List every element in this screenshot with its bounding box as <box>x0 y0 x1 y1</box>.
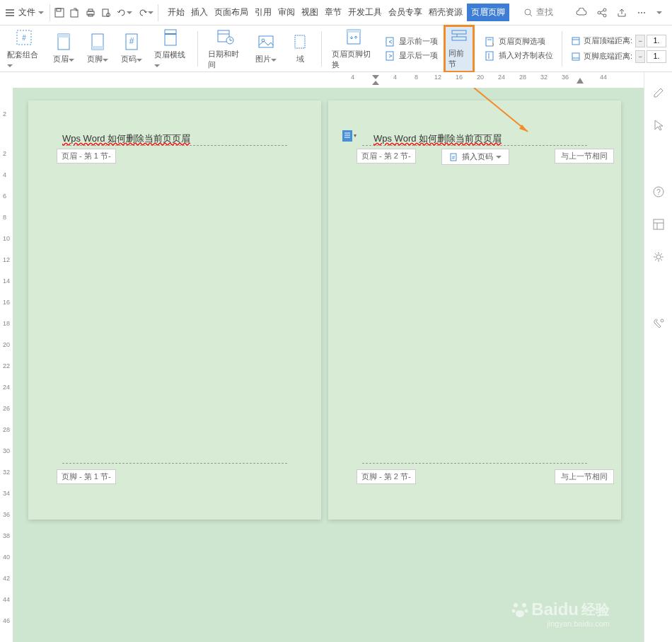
bot-dist-input[interactable] <box>647 50 666 63</box>
header-area[interactable]: Wps Word 如何删除当前页页眉 <box>362 132 587 146</box>
template-icon[interactable] <box>652 218 665 231</box>
ruler-tick: 16 <box>3 299 10 306</box>
top-dist-input[interactable] <box>647 35 666 47</box>
svg-rect-43 <box>452 30 466 34</box>
document-canvas[interactable]: Wps Word 如何删除当前页页眉 页眉 - 第 1 节- 页脚 - 第 1 … <box>13 88 644 642</box>
cloud-icon[interactable] <box>576 8 587 18</box>
svg-rect-50 <box>572 38 579 45</box>
chevron-down-icon <box>137 59 142 62</box>
show-next-label: 显示后一项 <box>399 50 438 61</box>
header-text[interactable]: Wps Word 如何删除当前页页眉 <box>62 133 190 146</box>
svg-point-18 <box>638 12 639 13</box>
svg-line-17 <box>601 13 603 15</box>
tab-pagelayout[interactable]: 页面布局 <box>212 4 250 21</box>
combo-icon: # <box>15 28 33 47</box>
file-menu[interactable]: 文件 <box>6 6 44 18</box>
save-as-icon[interactable] <box>70 8 80 18</box>
page-2[interactable]: Wps Word 如何删除当前页页眉 页眉 - 第 2 节- # 插入页码 与上… <box>328 101 621 520</box>
tab-devtools[interactable]: 开发工具 <box>346 4 384 21</box>
tab-resources[interactable]: 稻壳资源 <box>427 4 465 21</box>
show-next-button[interactable]: 显示后一项 <box>382 50 441 62</box>
ruler-tick: 20 <box>477 74 484 81</box>
search-label: 查找 <box>536 6 553 18</box>
ruler-tick: 4 <box>3 171 6 178</box>
minus-button[interactable]: − <box>635 50 645 63</box>
distance-group: 页眉顶端距离: − 页脚底端距离: − <box>568 34 669 64</box>
header-section-tag: 页眉 - 第 1 节- <box>57 149 116 164</box>
ruler-tick: 6 <box>3 193 6 200</box>
pagenum-button[interactable]: # 页码 <box>116 30 147 67</box>
options-icon <box>485 36 496 47</box>
top-dist-stepper[interactable]: − <box>635 35 666 47</box>
svg-rect-4 <box>57 8 61 11</box>
datetime-button[interactable]: 日期和时间 <box>204 25 248 73</box>
switch-button[interactable]: 页眉页脚切换 <box>328 25 378 73</box>
svg-rect-24 <box>58 34 69 38</box>
pencil-icon[interactable] <box>652 86 665 99</box>
chevron-down-icon <box>496 156 502 159</box>
svg-point-65 <box>516 610 524 617</box>
combo-button[interactable]: # 配套组合 <box>3 25 45 71</box>
hf-options-button[interactable]: 页眉页脚选项 <box>482 35 556 48</box>
tab-section[interactable]: 章节 <box>323 4 344 21</box>
page-1[interactable]: Wps Word 如何删除当前页页眉 页眉 - 第 1 节- 页脚 - 第 1 … <box>28 101 321 520</box>
search-button[interactable]: 查找 <box>523 6 553 18</box>
svg-rect-44 <box>452 37 466 40</box>
ruler-tick: 36 <box>562 74 569 81</box>
bot-dist-stepper[interactable]: − <box>635 50 666 63</box>
svg-rect-29 <box>165 30 176 45</box>
insert-tab-button[interactable]: 插入对齐制表位 <box>482 50 556 62</box>
minus-button[interactable]: − <box>635 35 645 47</box>
show-prev-button[interactable]: 显示前一项 <box>382 35 441 48</box>
headerline-button[interactable]: 页眉横线 <box>150 25 192 71</box>
insert-pagenum-label: 插入页码 <box>462 151 493 162</box>
tab-insert[interactable]: 插入 <box>189 4 210 21</box>
share-icon[interactable] <box>597 8 607 18</box>
ruler-tick: 22 <box>3 362 10 369</box>
ribbon-separator <box>197 31 198 67</box>
svg-rect-7 <box>88 9 93 11</box>
header-button[interactable]: 页眉 <box>48 30 79 67</box>
more-icon[interactable] <box>637 8 647 18</box>
svg-point-11 <box>525 9 531 15</box>
same-prev-section-button[interactable]: 同前节 <box>444 25 475 73</box>
tools-icon[interactable] <box>652 317 665 330</box>
chevron-down-icon[interactable] <box>656 11 662 14</box>
header-text[interactable]: Wps Word 如何删除当前页页眉 <box>373 133 502 146</box>
tab-review[interactable]: 审阅 <box>276 4 297 21</box>
tab-references[interactable]: 引用 <box>253 4 274 21</box>
ruler-tick: 18 <box>3 320 10 327</box>
top-dist-icon <box>571 36 581 46</box>
tab-start[interactable]: 开始 <box>166 4 187 21</box>
cursor-icon[interactable] <box>652 119 665 132</box>
print-icon[interactable] <box>86 8 95 18</box>
picture-button[interactable]: 图片 <box>250 30 282 67</box>
redo-button[interactable] <box>138 8 153 18</box>
header-area[interactable]: Wps Word 如何删除当前页页眉 <box>62 132 287 146</box>
tab-view[interactable]: 视图 <box>299 4 320 21</box>
svg-rect-68 <box>654 219 664 229</box>
help-icon[interactable]: ? <box>652 185 665 198</box>
tab-vip[interactable]: 会员专享 <box>386 4 424 21</box>
svg-rect-38 <box>295 35 305 48</box>
indent-marker[interactable] <box>371 74 381 86</box>
indent-marker-right[interactable] <box>575 76 585 85</box>
bot-dist-icon <box>571 52 581 62</box>
datetime-icon <box>216 28 235 46</box>
svg-rect-54 <box>342 130 352 142</box>
insert-pagenum-button[interactable]: # 插入页码 <box>441 149 509 165</box>
preview-icon[interactable] <box>101 8 111 18</box>
undo-button[interactable] <box>117 8 132 18</box>
insert-tab-label: 插入对齐制表位 <box>499 50 553 61</box>
tab-headerfooter[interactable]: 页眉页脚 <box>467 4 509 21</box>
footer-button[interactable]: 页脚 <box>82 30 113 67</box>
settings-icon[interactable] <box>652 251 665 263</box>
header-options-button[interactable] <box>342 130 358 144</box>
save-icon[interactable] <box>54 8 64 18</box>
export-icon[interactable] <box>617 8 627 18</box>
headerline-icon <box>163 28 178 47</box>
show-prev-label: 显示前一项 <box>399 36 438 47</box>
field-button[interactable]: 域 <box>284 30 315 67</box>
prev-icon <box>385 36 396 47</box>
combo-label: 配套组合 <box>7 50 38 59</box>
